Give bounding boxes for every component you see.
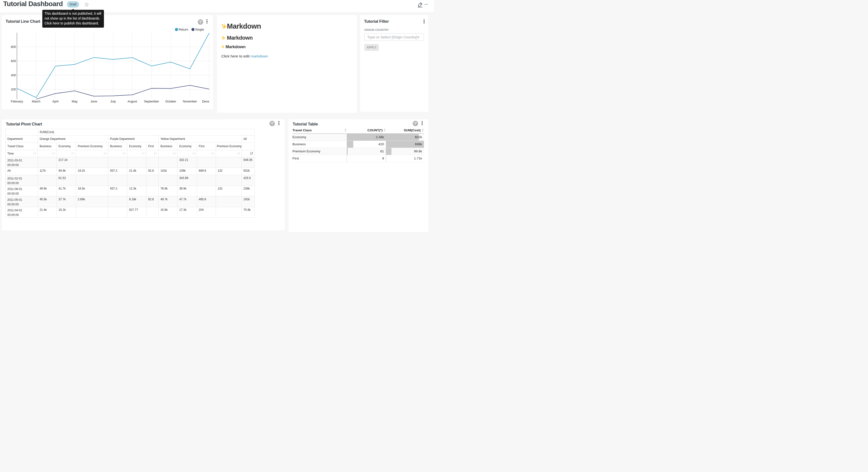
svg-text:Return: Return: [179, 28, 188, 31]
svg-text:July: July: [110, 100, 116, 103]
svg-text:200: 200: [11, 88, 16, 91]
svg-text:October: October: [165, 100, 176, 103]
svg-text:March: March: [32, 100, 40, 103]
svg-text:August: August: [128, 100, 137, 103]
svg-text:February: February: [11, 100, 23, 103]
svg-text:600: 600: [11, 59, 16, 63]
svg-text:November: November: [183, 100, 197, 103]
svg-text:800: 800: [11, 45, 16, 49]
svg-text:400: 400: [11, 73, 16, 77]
svg-text:June: June: [90, 100, 97, 103]
svg-text:Dece: Dece: [202, 100, 209, 103]
svg-text:September: September: [144, 100, 159, 103]
svg-text:Single: Single: [195, 28, 204, 31]
svg-text:April: April: [52, 100, 58, 103]
svg-text:May: May: [72, 100, 78, 103]
